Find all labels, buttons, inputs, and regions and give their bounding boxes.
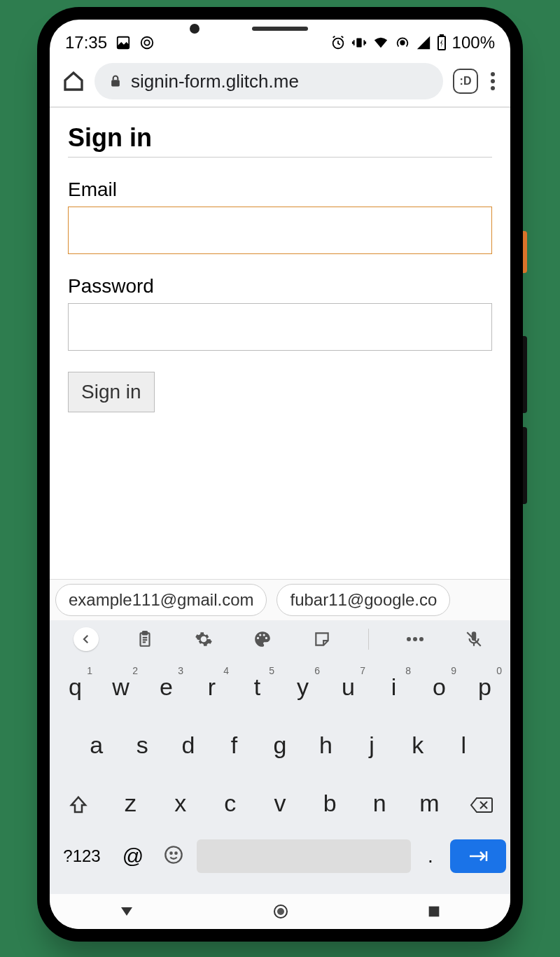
signin-button[interactable]: Sign in [68,372,155,412]
svg-point-17 [175,853,176,854]
power-button [523,231,527,273]
vibrate-icon [351,35,367,50]
palette-icon[interactable] [250,630,275,648]
tabs-button[interactable]: :D [453,69,478,94]
key-y[interactable]: y6 [281,665,324,712]
key-o[interactable]: o9 [418,665,461,712]
mic-off-icon[interactable] [461,630,486,648]
signal-icon [416,35,431,50]
key-m[interactable]: m [405,781,454,828]
key-g[interactable]: g [258,723,302,770]
at-key[interactable]: @ [115,844,150,868]
dnd-icon [139,35,155,50]
key-q[interactable]: q1 [54,665,97,712]
svg-rect-8 [111,80,120,86]
page-title: Sign in [68,123,492,158]
key-c[interactable]: c [205,781,255,828]
alarm-icon [330,35,346,50]
android-nav-bar [50,894,510,929]
suggestion-chip[interactable]: fubar11@google.co [276,584,450,616]
nav-recent-icon[interactable] [426,904,442,919]
keyboard-row-1: q1w2e3r4t5y6u7i8o9p0 [54,665,506,712]
key-k[interactable]: k [396,723,440,770]
status-time: 17:35 [65,33,107,53]
svg-rect-7 [440,35,443,36]
password-label: Password [68,275,492,298]
volume-up-button [523,336,527,413]
image-icon [115,35,131,50]
volume-down-button [523,427,527,504]
svg-rect-20 [429,907,440,917]
shift-key[interactable] [54,781,103,828]
key-s[interactable]: s [121,723,164,770]
svg-point-11 [407,637,411,641]
key-f[interactable]: f [213,723,256,770]
emoji-key[interactable] [156,845,191,867]
clipboard-icon[interactable] [132,630,158,648]
period-key[interactable]: . [416,845,444,867]
nav-home-icon[interactable] [272,903,289,920]
svg-point-2 [144,40,149,45]
enter-key[interactable] [450,839,506,873]
svg-point-13 [419,637,424,641]
battery-icon [437,34,447,51]
svg-point-1 [141,37,153,49]
keyboard-back-icon[interactable] [74,627,99,651]
key-p[interactable]: p0 [463,665,506,712]
keyboard-row-4: ?123 @ . [54,839,506,873]
browser-toolbar: signin-form.glitch.me :D [50,56,510,108]
key-e[interactable]: e3 [145,665,188,712]
key-w[interactable]: w2 [99,665,142,712]
key-n[interactable]: n [355,781,405,828]
svg-rect-4 [356,39,361,48]
key-l[interactable]: l [442,723,485,770]
url-bar[interactable]: signin-form.glitch.me [94,63,443,99]
key-j[interactable]: j [350,723,393,770]
battery-percent: 100% [452,33,495,53]
screen: 17:35 100% signin-form.glitch.me [50,20,510,929]
lock-icon [108,74,122,88]
sticker-icon[interactable] [309,630,335,648]
svg-point-19 [277,908,284,915]
nav-back-icon[interactable] [118,903,135,920]
page-content: Sign in Email Password Sign in [50,108,510,579]
speaker-grille [252,27,308,31]
menu-icon[interactable] [488,69,498,93]
key-v[interactable]: v [255,781,304,828]
svg-point-16 [170,853,172,854]
symbols-key[interactable]: ?123 [54,846,110,866]
backspace-key[interactable] [457,781,506,828]
home-icon[interactable] [62,70,85,92]
key-a[interactable]: a [75,723,118,770]
email-label: Email [68,179,492,201]
password-field[interactable] [68,303,492,351]
url-text: signin-form.glitch.me [131,71,299,92]
key-z[interactable]: z [106,781,155,828]
more-icon[interactable] [402,636,428,642]
front-camera [190,24,200,34]
key-u[interactable]: u7 [327,665,370,712]
wifi-icon [372,35,389,50]
svg-point-15 [165,846,181,862]
gear-icon[interactable] [191,630,216,648]
keyboard-row-2: asdfghjkl [54,723,506,770]
suggestion-chip[interactable]: example111@gmail.com [55,584,267,616]
space-key[interactable] [197,839,411,873]
autofill-suggestions: example111@gmail.com fubar11@google.co [50,579,510,620]
divider [368,629,369,650]
phone-frame: 17:35 100% signin-form.glitch.me [37,7,523,942]
key-h[interactable]: h [304,723,348,770]
key-d[interactable]: d [167,723,210,770]
svg-point-12 [413,637,417,641]
key-t[interactable]: t5 [236,665,279,712]
keyboard-toolbar [50,620,510,658]
email-field[interactable] [68,207,492,254]
svg-point-5 [400,41,405,45]
key-b[interactable]: b [305,781,355,828]
status-bar: 17:35 100% [50,20,510,56]
key-x[interactable]: x [155,781,205,828]
key-i[interactable]: i8 [372,665,415,712]
hotspot-icon [395,35,410,50]
key-r[interactable]: r4 [190,665,233,712]
svg-rect-10 [143,631,148,634]
